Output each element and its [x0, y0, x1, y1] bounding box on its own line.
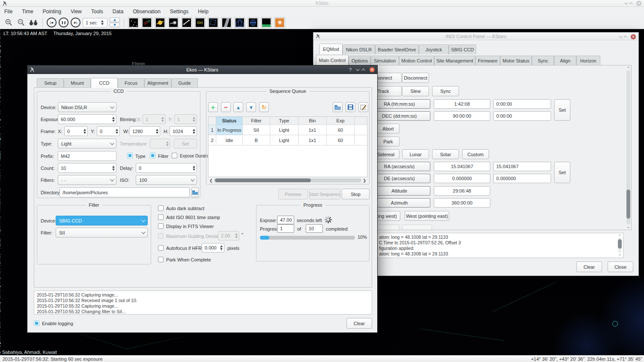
clipped-button[interactable]: [377, 225, 400, 230]
rate-set-button[interactable]: Set: [554, 162, 570, 183]
time-pause-button[interactable]: ❚❚: [59, 18, 69, 27]
ekos-log-view[interactable]: 2015-01-29T10:56:32 Capturing image... 2…: [34, 291, 372, 315]
col-type[interactable]: Type: [270, 117, 298, 125]
ra-input[interactable]: 0:00:00: [493, 99, 551, 109]
tab-joystick[interactable]: Joystick: [419, 45, 449, 54]
toggle-constellation-names-icon[interactable]: Ori: [194, 17, 206, 28]
menu-view[interactable]: View: [71, 9, 82, 15]
browse-directory-button[interactable]: [191, 187, 199, 197]
tab-site-management[interactable]: Site Management: [434, 56, 475, 65]
open-sequence-button[interactable]: [333, 102, 343, 112]
ra-rate-input[interactable]: 15.041067: [493, 162, 551, 171]
tab-firmware[interactable]: Firmware: [475, 56, 500, 65]
reset-queue-button[interactable]: ↻: [259, 102, 269, 112]
park-button[interactable]: Park: [377, 136, 400, 146]
autofocus-hfr-spin[interactable]: 0.000: [202, 243, 224, 252]
clipped-button[interactable]: [402, 225, 432, 230]
menu-pointing[interactable]: Pointing: [43, 9, 61, 15]
tab-guide[interactable]: Guide: [171, 78, 198, 87]
ekos-titlebar[interactable]: Ekos — KStars ? ✕: [27, 65, 377, 74]
menu-observation[interactable]: Observation: [133, 9, 161, 15]
count-spin[interactable]: 10: [58, 163, 116, 173]
toggle-constellation-boundaries-icon[interactable]: [208, 17, 219, 28]
time-step-spinbox[interactable]: 1 sec: [83, 18, 107, 27]
ekos-clear-button[interactable]: Clear: [346, 318, 372, 329]
prefix-input[interactable]: M42: [58, 151, 116, 161]
table-row[interactable]: 2 Idle B Light 1x1 60: [209, 135, 367, 145]
zoom-out-button[interactable]: [16, 18, 26, 28]
indi-close-button[interactable]: Close: [608, 261, 633, 272]
tab-align[interactable]: Align: [554, 56, 576, 65]
menu-file[interactable]: File: [4, 9, 12, 15]
sequence-table[interactable]: Status Filter Type Bin Exp 1 In Progress…: [208, 116, 367, 177]
filters-combo[interactable]: - -: [58, 175, 116, 185]
enable-logging-checkbox[interactable]: [34, 320, 39, 326]
maximize-icon[interactable]: [361, 68, 365, 72]
sync-button[interactable]: Sync: [432, 86, 459, 96]
pier-west-button[interactable]: West (pointing east): [405, 211, 449, 221]
frame-x-spin[interactable]: 0: [64, 126, 88, 136]
toggle-horizontal-grid-icon[interactable]: [247, 17, 259, 28]
minimize-icon[interactable]: [624, 1, 628, 4]
lunar-rate-button[interactable]: Lunar: [402, 149, 429, 159]
toggle-milkyway-icon[interactable]: [221, 17, 232, 28]
frame-y-spin[interactable]: 0: [97, 126, 120, 136]
tab-sync[interactable]: Sync: [532, 56, 554, 65]
table-hscrollbar[interactable]: ❮ ❯: [208, 178, 367, 183]
col-filter[interactable]: Filter: [243, 117, 270, 125]
frame-w-spin[interactable]: 1280: [129, 126, 160, 136]
eq-set-button[interactable]: Set: [554, 99, 570, 121]
menu-data[interactable]: Data: [113, 9, 123, 15]
time-forward-button[interactable]: ▶|: [71, 18, 80, 27]
prefix-filter-checkbox[interactable]: [150, 153, 155, 158]
menu-time[interactable]: Time: [22, 9, 33, 15]
toggle-deepsky-icon[interactable]: [141, 17, 152, 28]
tab-alignment[interactable]: Alignment: [144, 78, 171, 87]
iso8601-checkbox[interactable]: [158, 214, 164, 220]
maximize-icon[interactable]: [629, 2, 632, 6]
frame-h-spin[interactable]: 1024: [170, 126, 197, 136]
tab-sbig-ccd[interactable]: SBIG CCD: [449, 45, 476, 54]
remove-job-button[interactable]: −: [221, 102, 231, 112]
ccd-device-combo[interactable]: Nikon DSLR: [58, 102, 116, 112]
menu-settings[interactable]: Settings: [170, 9, 188, 15]
frame-type-combo[interactable]: Light: [58, 139, 116, 148]
de-rate-input[interactable]: 0.000000: [493, 174, 551, 183]
move-job-up-button[interactable]: ▲: [233, 102, 243, 112]
tab-simulation[interactable]: Simulation: [371, 56, 399, 65]
indi-titlebar[interactable]: INDI Control Panel — KStars ✕: [313, 33, 638, 40]
delay-spin[interactable]: 0: [136, 163, 197, 173]
tab-mount[interactable]: Mount: [64, 78, 91, 87]
tab-nikon-dslr[interactable]: Nikon DSLR: [343, 45, 375, 54]
add-job-button[interactable]: +: [208, 102, 218, 112]
close-icon[interactable]: ✕: [370, 67, 375, 72]
save-sequence-button[interactable]: [346, 102, 355, 112]
prefix-type-checkbox[interactable]: [127, 153, 133, 158]
table-row[interactable]: 1 In Progress SII Light 1x1 60: [209, 125, 367, 135]
tab-motor-status[interactable]: Motor Status: [500, 56, 532, 65]
minimize-icon[interactable]: [356, 67, 359, 71]
tab-setup[interactable]: Setup: [37, 78, 64, 87]
prefix-duration-checkbox[interactable]: [172, 153, 177, 158]
tab-options[interactable]: Options: [349, 56, 371, 65]
move-job-down-button[interactable]: ▼: [246, 102, 256, 112]
toggle-ground-icon[interactable]: [261, 17, 272, 28]
disconnect-button[interactable]: Disconnect: [402, 73, 429, 83]
filter-device-combo[interactable]: SBIG CCD: [56, 216, 148, 226]
tab-eqmod[interactable]: EQMod: [319, 44, 343, 54]
sky-object-marker[interactable]: [612, 321, 618, 326]
find-object-icon[interactable]: [28, 18, 39, 28]
indi-log-scrollbar[interactable]: ⌃ ⌄: [617, 234, 623, 257]
col-exp[interactable]: Exp: [327, 117, 355, 125]
park-complete-checkbox[interactable]: [158, 257, 164, 262]
exposure-spin[interactable]: 60.000: [58, 114, 116, 124]
indi-panel-scrollbar[interactable]: ⌄ ⌃: [626, 66, 631, 229]
stop-button[interactable]: Stop: [342, 189, 370, 199]
menu-tools[interactable]: Tools: [91, 9, 103, 15]
indi-clear-button[interactable]: Clear: [576, 261, 602, 272]
tab-main-control[interactable]: Main Control: [316, 55, 349, 65]
close-icon[interactable]: ✕: [631, 34, 636, 39]
save-sequence-as-button[interactable]: [358, 102, 368, 112]
solar-rate-button[interactable]: Solar: [432, 149, 459, 159]
toggle-supernovae-icon[interactable]: [274, 17, 285, 28]
